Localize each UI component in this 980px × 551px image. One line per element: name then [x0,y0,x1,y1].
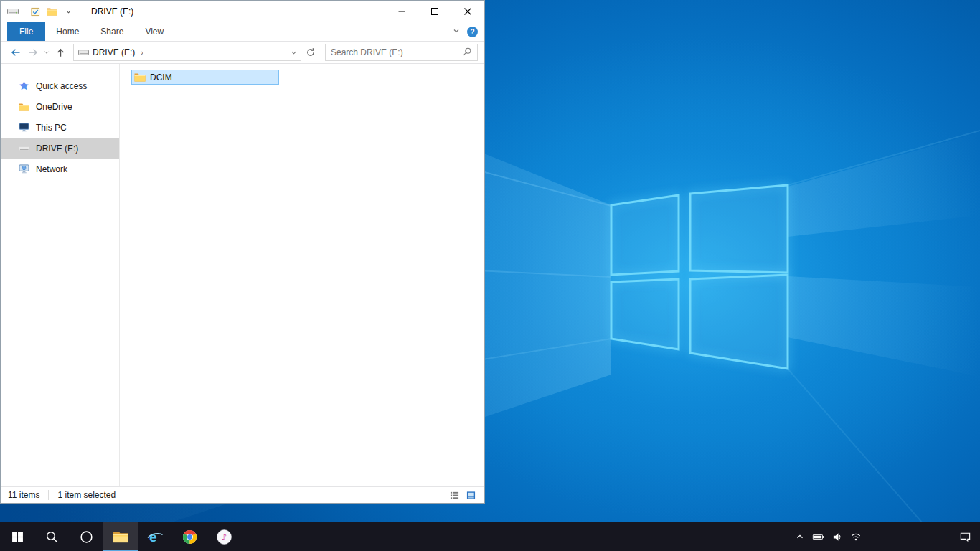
window-controls [385,1,484,22]
sidebar-item-label: Quick access [36,81,87,91]
itunes-icon[interactable]: ♪ [207,522,241,551]
minimize-button[interactable] [385,1,418,22]
drive-icon [18,143,29,154]
sidebar-item-this-pc[interactable]: This PC [1,117,119,138]
navigation-bar: DRIVE (E:) › [1,42,484,64]
sidebar-item-label: Network [36,164,67,174]
system-tray [791,522,980,551]
expand-ribbon-chevron-icon[interactable] [453,27,460,37]
sidebar-item-drive-e[interactable]: DRIVE (E:) [1,138,119,159]
file-list[interactable]: DCIM [120,64,484,486]
sidebar-item-quick-access[interactable]: Quick access [1,75,119,96]
monitor-icon [18,122,29,133]
forward-button[interactable] [24,44,42,61]
volume-icon[interactable] [828,522,847,551]
details-view-icon[interactable] [448,489,461,501]
svg-text:♪: ♪ [221,532,227,542]
search-icon[interactable] [462,47,472,59]
tab-view[interactable]: View [134,22,174,41]
close-button[interactable] [451,1,484,22]
desktop: DRIVE (E:) File Home Share View [0,0,980,551]
address-dropdown-icon[interactable] [291,50,297,56]
wifi-icon[interactable] [847,522,865,551]
internet-explorer-icon[interactable]: e [138,522,172,551]
chrome-icon[interactable] [172,522,207,551]
onedrive-folder-icon [18,101,29,113]
properties-icon[interactable] [29,6,41,17]
toolbar-separator [24,6,24,17]
tab-share[interactable]: Share [90,22,134,41]
sidebar-item-onedrive[interactable]: OneDrive [1,96,119,117]
address-bar[interactable]: DRIVE (E:) › [73,44,301,61]
recent-locations-chevron-icon[interactable] [42,44,52,61]
toolbar-chevron-down-icon[interactable] [62,6,74,17]
taskbar-search-icon[interactable] [34,522,69,551]
search-box[interactable] [325,44,478,61]
window-drive-icon [7,6,19,17]
sidebar-item-label: This PC [36,123,67,133]
breadcrumb-drive-icon [77,47,89,58]
ribbon-right: ? [453,22,484,41]
ribbon-tabs: File Home Share View ? [1,22,484,42]
back-button[interactable] [7,44,24,61]
tab-file[interactable]: File [7,22,45,41]
large-icons-view-icon[interactable] [464,489,477,501]
taskbar: e ♪ [0,522,980,551]
view-switcher [448,489,477,501]
breadcrumb-location[interactable]: DRIVE (E:) [93,47,135,57]
action-center-icon[interactable] [950,522,980,551]
selected-count: 1 item selected [57,490,116,500]
tab-home[interactable]: Home [45,22,90,41]
up-button[interactable] [52,44,69,61]
status-bar: 11 items 1 item selected [1,486,484,503]
navigation-pane: Quick access OneDrive This PC [1,64,120,486]
maximize-button[interactable] [418,1,451,22]
sidebar-item-label: DRIVE (E:) [36,143,78,154]
sidebar-item-network[interactable]: Network [1,159,119,179]
star-icon [18,80,29,92]
breadcrumb-chevron[interactable]: › [141,48,143,57]
cortana-icon[interactable] [69,522,103,551]
items-count: 11 items [8,490,39,500]
quick-access-toolbar [1,6,74,17]
window-title: DRIVE (E:) [91,6,133,17]
show-hidden-icons-chevron-icon[interactable] [791,522,809,551]
file-item-dcim[interactable]: DCIM [131,70,279,85]
start-button[interactable] [0,522,34,551]
sidebar-item-label: OneDrive [36,102,72,112]
status-separator [48,490,49,500]
battery-icon[interactable] [809,522,828,551]
search-input[interactable] [331,47,462,57]
new-folder-icon[interactable] [46,6,57,17]
refresh-icon[interactable] [303,44,319,61]
taskbar-file-explorer-icon[interactable] [103,522,138,551]
help-icon[interactable]: ? [467,27,478,37]
file-name: DCIM [150,72,172,83]
explorer-main: Quick access OneDrive This PC [1,64,484,486]
file-explorer-window: DRIVE (E:) File Home Share View [0,0,485,504]
folder-icon [134,72,146,83]
svg-text:e: e [149,529,157,545]
network-icon [18,164,29,175]
titlebar: DRIVE (E:) [1,1,484,22]
